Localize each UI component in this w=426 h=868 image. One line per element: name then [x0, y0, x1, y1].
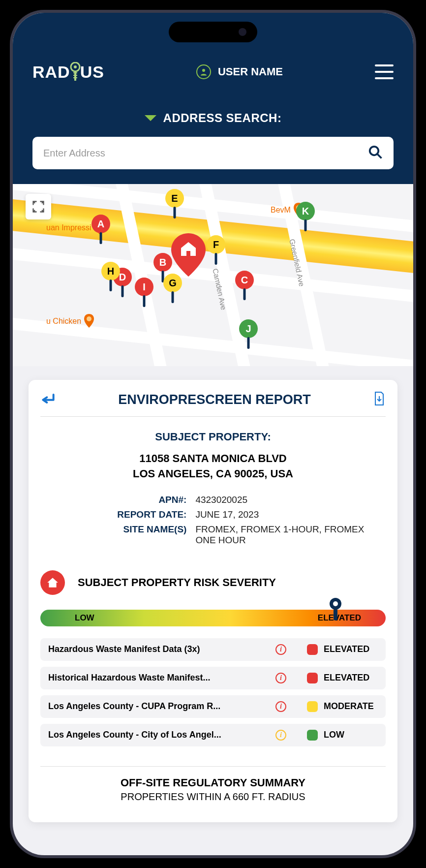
svg-rect-12 — [186, 251, 190, 256]
apn-label: APN#: — [40, 495, 186, 505]
info-icon[interactable]: i — [275, 673, 286, 683]
level-swatch-icon — [307, 673, 318, 683]
map-pin-e[interactable]: E — [165, 189, 184, 208]
report-date-value: JUNE 17, 2023 — [195, 509, 386, 520]
map-pin-c[interactable]: C — [235, 271, 254, 289]
restaurant-pin-icon — [83, 314, 95, 329]
offsite-summary-sub: PROPERTIES WITHIN A 660 FT. RADIUS — [40, 791, 386, 803]
risk-bar-low-label: LOW — [75, 613, 94, 623]
logo-text-2: US — [80, 62, 104, 82]
download-pdf-button[interactable] — [373, 391, 386, 408]
risk-level-label: ELEVATED — [324, 673, 378, 683]
apn-value: 4323020025 — [195, 495, 386, 505]
address-line-1: 11058 SANTA MONICA BLVD — [40, 451, 386, 466]
logo-text-1: RAD — [32, 62, 70, 82]
logo-pin-icon — [69, 62, 81, 82]
level-swatch-icon — [307, 730, 318, 741]
map-pin-i[interactable]: I — [135, 278, 153, 296]
map-pin-h[interactable]: H — [101, 262, 120, 280]
risk-item[interactable]: Los Angeles County - City of Los Angel..… — [40, 724, 386, 746]
risk-level-label: LOW — [324, 730, 378, 740]
hamburger-menu-icon[interactable] — [375, 64, 394, 79]
report-card: ENVIROPRESCREEN REPORT SUBJECT PROPERTY:… — [29, 380, 397, 822]
risk-item-name: Los Angeles County - City of Los Angel..… — [48, 730, 270, 740]
risk-severity-bar: LOW ELEVATED — [40, 610, 386, 626]
risk-marker-icon — [327, 597, 344, 621]
map-pin-k[interactable]: K — [296, 202, 315, 220]
user-menu[interactable]: USER NAME — [196, 64, 283, 79]
search-label: ADDRESS SEARCH: — [163, 111, 282, 125]
poi-label: u Chicken — [46, 317, 81, 326]
risk-section-title: SUBJECT PROPERTY RISK SEVERITY — [78, 576, 276, 589]
phone-notch — [169, 22, 257, 42]
info-icon[interactable]: i — [275, 644, 286, 655]
caret-down-icon — [145, 115, 156, 121]
subject-property-pin-icon[interactable] — [170, 233, 207, 278]
map-poi[interactable]: u Chicken — [46, 314, 95, 329]
risk-level-label: ELEVATED — [324, 644, 378, 654]
report-date-label: REPORT DATE: — [40, 509, 186, 520]
risk-level-label: MODERATE — [324, 701, 378, 712]
home-badge-icon — [40, 570, 65, 595]
map-pin-b[interactable]: B — [153, 253, 172, 272]
level-swatch-icon — [307, 644, 318, 655]
user-icon — [196, 64, 211, 79]
offsite-summary-title: OFF-SITE REGULATORY SUMMARY — [40, 776, 386, 789]
info-icon[interactable]: i — [275, 701, 286, 712]
subject-address: 11058 SANTA MONICA BLVD LOS ANGELES, CA … — [40, 451, 386, 482]
address-line-2: LOS ANGELES, CA 90025, USA — [40, 466, 386, 482]
map-pin-j[interactable]: J — [239, 319, 258, 338]
search-icon[interactable] — [368, 145, 383, 161]
risk-item-name: Historical Hazardous Waste Manifest... — [48, 673, 270, 683]
site-names-label: SITE NAME(S) — [40, 524, 186, 546]
map[interactable]: uan Impressiu ChickenBevM Camden AveGree… — [13, 184, 413, 366]
svg-point-14 — [333, 601, 338, 606]
svg-line-8 — [377, 154, 382, 158]
subject-property-heading: SUBJECT PROPERTY: — [40, 431, 386, 443]
svg-point-6 — [202, 69, 205, 72]
map-pin-a[interactable]: A — [91, 215, 110, 233]
level-swatch-icon — [307, 701, 318, 712]
risk-item[interactable]: Los Angeles County - CUPA Program R... i… — [40, 695, 386, 718]
svg-point-1 — [74, 65, 77, 68]
risk-item[interactable]: Hazardous Waste Manifest Data (3x) i ELE… — [40, 638, 386, 661]
svg-point-7 — [370, 147, 379, 155]
poi-label: uan Impressi — [46, 223, 91, 232]
svg-point-10 — [87, 316, 91, 321]
report-title: ENVIROPRESCREEN REPORT — [118, 392, 311, 407]
back-button[interactable] — [40, 391, 56, 408]
map-pin-f[interactable]: F — [207, 235, 225, 254]
info-icon[interactable]: i — [275, 730, 286, 741]
risk-items-list: Hazardous Waste Manifest Data (3x) i ELE… — [40, 638, 386, 746]
poi-label: BevM — [271, 206, 291, 215]
site-names-value: FROMEX, FROMEX 1-HOUR, FROMEX ONE HOUR — [195, 524, 386, 546]
user-name-label: USER NAME — [218, 65, 283, 78]
risk-item[interactable]: Historical Hazardous Waste Manifest... i… — [40, 667, 386, 689]
svg-rect-15 — [334, 609, 337, 620]
risk-item-name: Los Angeles County - CUPA Program R... — [48, 701, 270, 712]
logo[interactable]: RAD US — [32, 62, 104, 82]
risk-item-name: Hazardous Waste Manifest Data (3x) — [48, 644, 270, 654]
address-search-input[interactable] — [43, 148, 368, 159]
search-box[interactable] — [32, 137, 394, 169]
expand-map-button[interactable] — [26, 194, 51, 219]
